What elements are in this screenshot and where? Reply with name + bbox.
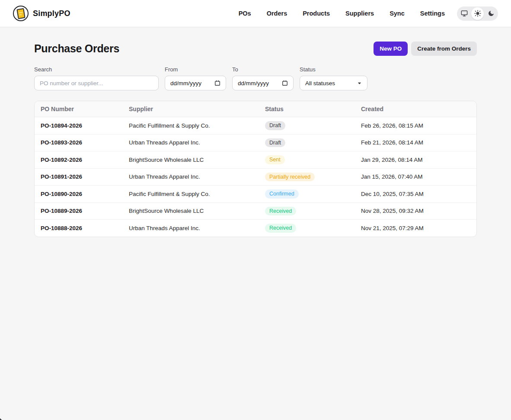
po-number-cell: PO-10893-2026 bbox=[35, 134, 123, 151]
brand-name: SimplyPO bbox=[33, 9, 70, 18]
nav-item-pos[interactable]: POs bbox=[239, 10, 251, 17]
theme-toggle bbox=[457, 6, 498, 21]
created-cell: Nov 28, 2025, 09:32 AM bbox=[355, 202, 477, 220]
moon-icon bbox=[488, 10, 495, 17]
status-badge: Confirmed bbox=[265, 189, 299, 199]
created-cell: Feb 21, 2026, 08:14 AM bbox=[355, 134, 477, 151]
monitor-icon bbox=[461, 10, 468, 17]
main-nav: POs Orders Products Suppliers Sync Setti… bbox=[239, 10, 445, 17]
supplier-cell: Pacific Fulfillment & Supply Co. bbox=[123, 186, 259, 203]
main-content: Purchase Orders New PO Create from Order… bbox=[34, 27, 477, 237]
document-icon bbox=[16, 8, 25, 19]
simplypo-logo-icon bbox=[13, 6, 29, 21]
supplier-cell: Pacific Fulfillment & Supply Co. bbox=[123, 117, 259, 135]
purchase-orders-table: PO Number Supplier Status Created PO-108… bbox=[34, 101, 477, 237]
status-badge: Draft bbox=[265, 138, 285, 147]
top-navbar: SimplyPO POs Orders Products Suppliers S… bbox=[0, 0, 511, 27]
column-header-supplier: Supplier bbox=[123, 101, 259, 117]
to-label: To bbox=[232, 66, 294, 73]
po-number-cell: PO-10894-2026 bbox=[35, 117, 123, 135]
table-row[interactable]: PO-10889-2026 BrightSource Wholesale LLC… bbox=[35, 202, 477, 220]
sun-icon bbox=[474, 10, 481, 17]
status-badge: Received bbox=[265, 207, 296, 216]
po-number-cell: PO-10891-2026 bbox=[35, 168, 123, 186]
column-header-po-number: PO Number bbox=[35, 101, 123, 117]
created-cell: Dec 10, 2025, 07:35 AM bbox=[355, 186, 477, 203]
status-filter: Status All statuses bbox=[300, 66, 367, 90]
nav-item-products[interactable]: Products bbox=[303, 10, 330, 17]
status-badge: Draft bbox=[265, 121, 285, 130]
status-label: Status bbox=[300, 66, 367, 73]
from-date-value: dd/mm/yyyy bbox=[170, 80, 201, 87]
table-row[interactable]: PO-10890-2026 Pacific Fulfillment & Supp… bbox=[35, 186, 477, 203]
chevron-down-icon bbox=[357, 81, 362, 86]
status-select-value: All statuses bbox=[305, 80, 335, 87]
from-date-input[interactable]: dd/mm/yyyy bbox=[165, 76, 226, 90]
calendar-icon[interactable] bbox=[282, 80, 288, 86]
theme-light-button[interactable] bbox=[471, 7, 484, 20]
table-row[interactable]: PO-10893-2026 Urban Threads Apparel Inc.… bbox=[35, 134, 477, 151]
nav-item-sync[interactable]: Sync bbox=[390, 10, 405, 17]
search-input[interactable] bbox=[34, 76, 159, 90]
brand[interactable]: SimplyPO bbox=[13, 6, 70, 21]
po-number-cell: PO-10890-2026 bbox=[35, 186, 123, 203]
theme-system-button[interactable] bbox=[458, 7, 470, 20]
search-label: Search bbox=[34, 66, 159, 73]
nav-item-suppliers[interactable]: Suppliers bbox=[345, 10, 374, 17]
status-badge: Sent bbox=[265, 155, 285, 164]
page-header: Purchase Orders New PO Create from Order… bbox=[34, 42, 477, 56]
status-select[interactable]: All statuses bbox=[300, 76, 367, 90]
calendar-icon[interactable] bbox=[214, 80, 220, 86]
nav-item-settings[interactable]: Settings bbox=[420, 10, 445, 17]
created-cell: Feb 26, 2026, 08:15 AM bbox=[355, 117, 477, 135]
table-row[interactable]: PO-10894-2026 Pacific Fulfillment & Supp… bbox=[35, 117, 477, 135]
to-date-input[interactable]: dd/mm/yyyy bbox=[232, 76, 294, 90]
table-row[interactable]: PO-10892-2026 BrightSource Wholesale LLC… bbox=[35, 151, 477, 169]
from-label: From bbox=[165, 66, 226, 73]
mouse-cursor-icon bbox=[0, 416, 4, 420]
page-title: Purchase Orders bbox=[34, 42, 119, 55]
po-number-cell: PO-10888-2026 bbox=[35, 220, 123, 237]
table-row[interactable]: PO-10891-2026 Urban Threads Apparel Inc.… bbox=[35, 168, 477, 186]
from-date-filter: From dd/mm/yyyy bbox=[165, 66, 226, 90]
column-header-status: Status bbox=[259, 101, 355, 117]
po-number-cell: PO-10892-2026 bbox=[35, 151, 123, 169]
new-po-button[interactable]: New PO bbox=[374, 42, 408, 56]
to-date-filter: To dd/mm/yyyy bbox=[232, 66, 294, 90]
search-filter: Search bbox=[34, 66, 159, 90]
created-cell: Nov 21, 2025, 07:29 AM bbox=[355, 220, 477, 237]
supplier-cell: Urban Threads Apparel Inc. bbox=[123, 220, 259, 237]
created-cell: Jan 15, 2026, 07:40 AM bbox=[355, 168, 477, 186]
theme-dark-button[interactable] bbox=[485, 7, 497, 20]
supplier-cell: Urban Threads Apparel Inc. bbox=[123, 168, 259, 186]
page-actions: New PO Create from Orders bbox=[374, 42, 477, 56]
column-header-created: Created bbox=[355, 101, 477, 117]
po-number-cell: PO-10889-2026 bbox=[35, 202, 123, 220]
supplier-cell: BrightSource Wholesale LLC bbox=[123, 151, 259, 169]
to-date-value: dd/mm/yyyy bbox=[238, 80, 269, 87]
status-badge: Partially received bbox=[265, 173, 315, 182]
table-row[interactable]: PO-10888-2026 Urban Threads Apparel Inc.… bbox=[35, 220, 477, 237]
created-cell: Jan 29, 2026, 08:14 AM bbox=[355, 151, 477, 169]
status-badge: Received bbox=[265, 224, 296, 233]
filters-bar: Search From dd/mm/yyyy To dd/mm/yyyy Sta… bbox=[34, 66, 477, 90]
supplier-cell: BrightSource Wholesale LLC bbox=[123, 202, 259, 220]
nav-item-orders[interactable]: Orders bbox=[267, 10, 287, 17]
table-header-row: PO Number Supplier Status Created bbox=[35, 101, 477, 117]
supplier-cell: Urban Threads Apparel Inc. bbox=[123, 134, 259, 151]
create-from-orders-button[interactable]: Create from Orders bbox=[411, 42, 477, 56]
